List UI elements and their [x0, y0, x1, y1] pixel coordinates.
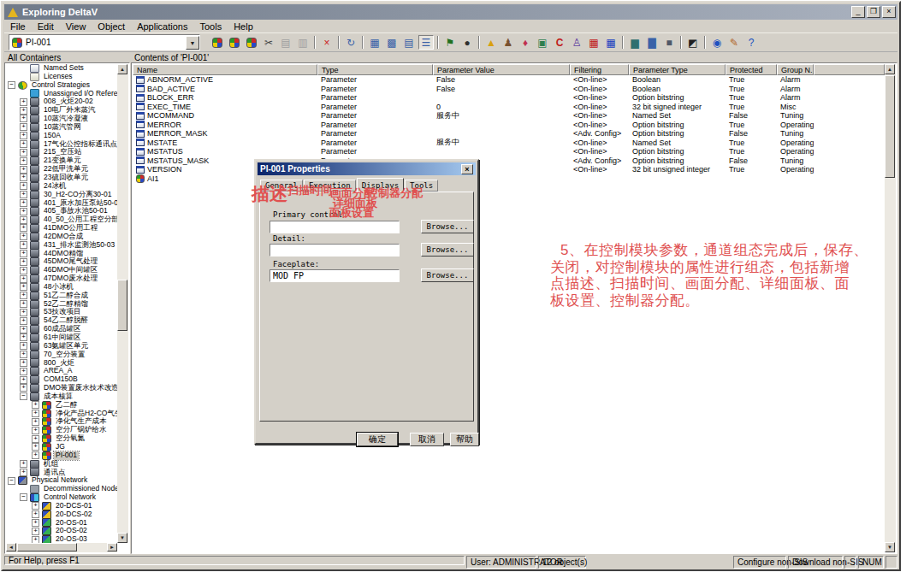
tree-expander-icon[interactable]: + — [20, 191, 27, 198]
red-grid-icon[interactable]: ▦ — [586, 35, 601, 50]
scroll-down-icon[interactable]: ▼ — [117, 533, 127, 543]
detail-input[interactable] — [270, 244, 400, 257]
tree-expander-icon[interactable]: + — [20, 157, 27, 165]
flag-icon[interactable]: ⚑ — [442, 35, 458, 50]
scroll-right-icon[interactable]: ► — [107, 543, 117, 551]
tree-expander-icon[interactable]: + — [32, 435, 39, 443]
table-row[interactable]: MERROR_MASKParameter<Adv. Config>Option … — [133, 129, 885, 139]
dialog-title-bar[interactable]: PI-001 Properties × — [258, 162, 476, 175]
menu-edit[interactable]: Edit — [32, 21, 60, 32]
tree-expander-icon[interactable]: + — [20, 460, 27, 468]
area-browser-icon[interactable] — [244, 35, 259, 50]
tree-expander-icon[interactable]: + — [20, 333, 27, 341]
tree-expander-icon[interactable]: + — [32, 510, 39, 518]
table-row[interactable]: VERSIONParameter1<On-line>32 bit unsigne… — [133, 165, 885, 174]
tree-expander-icon[interactable]: + — [20, 174, 27, 181]
dark-tool-icon[interactable]: ● — [459, 35, 475, 50]
scroll-down-icon[interactable]: ▼ — [885, 542, 895, 552]
dialog-close-icon[interactable]: × — [461, 164, 473, 174]
tree-expander-icon[interactable]: + — [32, 536, 39, 543]
module-explorer-icon[interactable] — [227, 35, 242, 50]
tree-expander-icon[interactable]: + — [20, 283, 27, 291]
tree-expander-icon[interactable]: + — [20, 123, 27, 131]
tree-expander-icon[interactable]: + — [20, 342, 27, 350]
tree-expander-icon[interactable]: + — [20, 384, 27, 392]
tree-expander-icon[interactable]: + — [32, 427, 39, 434]
grid-vscroll-thumb[interactable] — [885, 75, 895, 178]
tree-expander-icon[interactable]: + — [20, 98, 27, 106]
restore-button[interactable]: ❐ — [867, 6, 880, 18]
object-combo[interactable]: PI-001 ▼ — [9, 34, 200, 50]
delete-icon[interactable]: × — [319, 35, 335, 50]
user-help-icon[interactable]: ♙ — [569, 35, 584, 50]
table-row[interactable]: MERRORParameter<On-line>Option bitstring… — [133, 121, 885, 130]
tree-expander-icon[interactable]: − — [8, 477, 15, 485]
tree-item[interactable]: +20-OS-03 — [6, 535, 117, 543]
tree-expander-icon[interactable]: + — [20, 300, 27, 308]
alarm-bell-icon[interactable]: ▲ — [483, 35, 499, 50]
tree-expander-icon[interactable]: + — [20, 208, 27, 215]
tree-expander-icon[interactable]: − — [8, 81, 15, 89]
tree-hscroll-thumb[interactable] — [17, 543, 77, 551]
scroll-up-icon[interactable]: ▲ — [117, 64, 127, 74]
paint-icon[interactable]: ✎ — [726, 35, 742, 50]
title-bar[interactable]: Exploring DeltaV _ ❐ × — [4, 4, 897, 20]
tree-expander-icon[interactable]: + — [20, 241, 27, 249]
matrix-icon[interactable]: ◩ — [685, 35, 701, 50]
tree-expander-icon[interactable]: + — [20, 368, 27, 375]
tree-expander-icon[interactable]: + — [32, 519, 39, 527]
tree-expander-icon[interactable]: + — [20, 267, 27, 274]
faceplate-input[interactable] — [270, 269, 400, 282]
history-chart-icon[interactable]: ▆ — [627, 35, 643, 50]
primary-control-browse-button[interactable]: Browse... — [421, 220, 474, 233]
tree-expander-icon[interactable]: + — [20, 233, 27, 240]
tree-expander-icon[interactable]: + — [20, 326, 27, 333]
tree-expander-icon[interactable]: + — [20, 250, 27, 257]
blue-grid-icon[interactable]: ▦ — [603, 35, 619, 50]
paste-icon[interactable]: ▥ — [295, 35, 311, 50]
column-header[interactable]: Group N... — [777, 64, 814, 75]
tree-expander-icon[interactable]: + — [32, 502, 39, 510]
refresh-icon[interactable]: ↻ — [343, 35, 358, 50]
tree-expander-icon[interactable]: + — [20, 292, 27, 299]
column-header[interactable]: Type — [317, 64, 433, 75]
tree-expander-icon[interactable]: + — [20, 199, 27, 207]
column-header[interactable]: Filtering — [570, 64, 629, 75]
tree-expander-icon[interactable]: + — [20, 224, 27, 232]
tree-expander-icon[interactable]: + — [20, 115, 27, 122]
details-view-icon[interactable]: ☰ — [418, 35, 434, 50]
menu-view[interactable]: View — [60, 21, 92, 32]
tree-expander-icon[interactable]: + — [32, 410, 39, 417]
tree-expander-icon[interactable]: − — [20, 392, 27, 400]
minimize-button[interactable]: _ — [851, 6, 865, 18]
trend-chart-icon[interactable]: ▇ — [644, 35, 660, 50]
table-row[interactable]: BAD_ACTIVEParameterFalse<On-line>Boolean… — [133, 85, 885, 94]
operator-icon[interactable]: ♟ — [500, 35, 516, 50]
tree-vscroll-thumb[interactable] — [117, 280, 127, 331]
reconcile-icon[interactable]: C — [552, 35, 567, 50]
tree-expander-icon[interactable]: + — [20, 132, 27, 139]
ok-button[interactable]: 确定 — [357, 433, 398, 446]
tree-expander-icon[interactable]: + — [20, 182, 27, 190]
tree-expander-icon[interactable]: + — [32, 528, 39, 535]
faceplate-browse-button[interactable]: Browse... — [421, 268, 474, 282]
menu-applications[interactable]: Applications — [131, 21, 193, 32]
copy-icon[interactable]: ▤ — [278, 35, 293, 50]
help-button[interactable]: 帮助 — [450, 433, 479, 446]
tree-expander-icon[interactable]: + — [20, 309, 27, 316]
table-row[interactable]: MSTATUSParameter<On-line>Option bitstrin… — [133, 147, 885, 156]
menu-object[interactable]: Object — [92, 21, 131, 32]
tree-expander-icon[interactable]: + — [20, 149, 27, 156]
diamond-tool-icon[interactable]: ♦ — [518, 35, 533, 50]
close-button[interactable]: × — [882, 6, 896, 18]
user-accounts-icon[interactable] — [210, 35, 225, 50]
tree-horizontal-scrollbar[interactable]: ◄ ► — [6, 543, 117, 552]
menu-file[interactable]: File — [4, 21, 32, 32]
tree-expander-icon[interactable]: + — [20, 351, 27, 358]
tree-expander-icon[interactable]: + — [20, 317, 27, 325]
column-header[interactable]: Parameter Type — [629, 64, 726, 75]
tree-expander-icon[interactable]: − — [20, 493, 27, 501]
table-row[interactable]: MSTATEParameter服务中<On-line>Named SetTrue… — [133, 139, 885, 148]
tree-expander-icon[interactable]: + — [32, 418, 39, 426]
menu-tools[interactable]: Tools — [193, 21, 228, 32]
